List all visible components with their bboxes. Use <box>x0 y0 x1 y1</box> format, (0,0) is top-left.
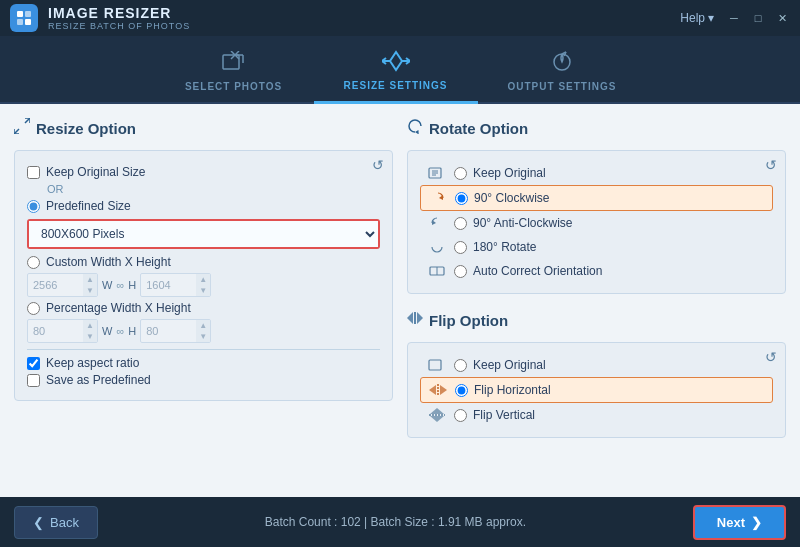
rotate-90cw-label: 90° Clockwise <box>474 191 550 205</box>
tab-output-settings[interactable]: OUTPUT SETTINGS <box>478 43 647 102</box>
rotate-90ccw-radio[interactable] <box>454 217 467 230</box>
custom-width-down[interactable]: ▼ <box>83 285 97 296</box>
rotate-180: 180° Rotate <box>420 235 773 259</box>
flip-horizontal-radio[interactable] <box>455 384 468 397</box>
resize-section-box: ↺ Keep Original Size OR Predefined Size … <box>14 150 393 401</box>
keep-aspect-label: Keep aspect ratio <box>46 356 139 370</box>
rotate-auto-radio[interactable] <box>454 265 467 278</box>
pct-width-down[interactable]: ▼ <box>83 331 97 342</box>
batch-info: Batch Count : 102 | Batch Size : 1.91 MB… <box>265 515 526 529</box>
flip-title-icon <box>407 310 423 330</box>
svg-marker-25 <box>415 130 420 134</box>
predefined-dropdown-row: 800X600 Pixels 1024X768 Pixels 1280X960 … <box>27 219 380 249</box>
app-title: IMAGE RESIZER <box>48 5 190 21</box>
custom-height-input[interactable] <box>141 276 196 294</box>
help-button[interactable]: Help ▾ <box>680 11 714 25</box>
resize-option-title: Resize Option <box>14 118 393 138</box>
tab-resize-settings[interactable]: RESIZE SETTINGS <box>314 42 478 104</box>
minimize-button[interactable]: ─ <box>726 10 742 26</box>
pct-wh-label: Percentage Width X Height <box>46 301 191 315</box>
svg-rect-2 <box>17 19 23 25</box>
tab-resize-settings-label: RESIZE SETTINGS <box>344 80 448 91</box>
pct-wh-radio[interactable] <box>27 302 40 315</box>
flip-reset-button[interactable]: ↺ <box>765 349 777 365</box>
save-predefined-row: Save as Predefined <box>27 373 380 387</box>
resize-reset-button[interactable]: ↺ <box>372 157 384 173</box>
flip-horizontal: Flip Horizontal <box>420 377 773 403</box>
rotate-auto-label: Auto Correct Orientation <box>473 264 602 278</box>
rotate-reset-button[interactable]: ↺ <box>765 157 777 173</box>
flip-keep-icon <box>426 356 448 374</box>
rotate-keep-original: Keep Original <box>420 161 773 185</box>
pct-height-up[interactable]: ▲ <box>196 320 210 331</box>
rotate-90cw: 90° Clockwise <box>420 185 773 211</box>
svg-rect-3 <box>25 19 31 25</box>
close-button[interactable]: ✕ <box>774 10 790 26</box>
custom-width-spinners: ▲ ▼ <box>83 274 97 296</box>
custom-height-spinners: ▲ ▼ <box>196 274 210 296</box>
maximize-button[interactable]: □ <box>750 10 766 26</box>
custom-height-down[interactable]: ▼ <box>196 285 210 296</box>
rotate-keep-original-radio[interactable] <box>454 167 467 180</box>
window-controls: ─ □ ✕ <box>726 10 790 26</box>
custom-height-up[interactable]: ▲ <box>196 274 210 285</box>
back-icon: ❮ <box>33 515 44 530</box>
predefined-dropdown[interactable]: 800X600 Pixels 1024X768 Pixels 1280X960 … <box>29 221 378 247</box>
next-button[interactable]: Next ❯ <box>693 505 786 540</box>
flip-keep-original-radio[interactable] <box>454 359 467 372</box>
save-predefined-checkbox[interactable] <box>27 374 40 387</box>
pct-width-input-wrap: ▲ ▼ <box>27 319 98 343</box>
svg-marker-42 <box>430 416 444 422</box>
rotate-90ccw-icon <box>426 214 448 232</box>
pct-width-spinners: ▲ ▼ <box>83 320 97 342</box>
next-icon: ❯ <box>751 515 762 530</box>
flip-vertical: Flip Vertical <box>420 403 773 427</box>
pct-width-up[interactable]: ▲ <box>83 320 97 331</box>
svg-marker-31 <box>432 220 436 225</box>
custom-wh-radio[interactable] <box>27 256 40 269</box>
link-icon-custom: ∞ <box>116 279 124 291</box>
keep-original-label: Keep Original Size <box>46 165 145 179</box>
back-label: Back <box>50 515 79 530</box>
flip-horizontal-icon <box>427 381 449 399</box>
custom-height-input-wrap: ▲ ▼ <box>140 273 211 297</box>
svg-marker-34 <box>407 312 413 324</box>
svg-marker-41 <box>430 408 444 414</box>
back-button[interactable]: ❮ Back <box>14 506 98 539</box>
resize-panel: Resize Option ↺ Keep Original Size OR Pr… <box>14 118 393 487</box>
pct-width-input[interactable] <box>28 322 83 340</box>
rotate-auto-icon <box>426 262 448 280</box>
rotate-180-radio[interactable] <box>454 241 467 254</box>
keep-original-row: Keep Original Size <box>27 165 380 179</box>
custom-width-input[interactable] <box>28 276 83 294</box>
output-settings-icon <box>550 51 574 77</box>
pct-inputs-row: ▲ ▼ W ∞ H ▲ ▼ <box>27 319 380 343</box>
predefined-radio[interactable] <box>27 200 40 213</box>
h-label-custom: H <box>128 279 136 291</box>
flip-option-label: Flip Option <box>429 312 508 329</box>
flip-option-title: Flip Option <box>407 310 786 330</box>
pct-height-down[interactable]: ▼ <box>196 331 210 342</box>
svg-rect-1 <box>25 11 31 17</box>
save-predefined-label: Save as Predefined <box>46 373 151 387</box>
flip-vertical-radio[interactable] <box>454 409 467 422</box>
keep-aspect-row: Keep aspect ratio <box>27 356 380 370</box>
svg-rect-37 <box>429 360 441 370</box>
custom-width-up[interactable]: ▲ <box>83 274 97 285</box>
rotate-auto-correct: Auto Correct Orientation <box>420 259 773 283</box>
flip-keep-original: Keep Original <box>420 353 773 377</box>
keep-original-checkbox[interactable] <box>27 166 40 179</box>
rotate-title-icon <box>407 118 423 138</box>
predefined-label: Predefined Size <box>46 199 131 213</box>
resize-option-label: Resize Option <box>36 120 136 137</box>
rotate-90cw-radio[interactable] <box>455 192 468 205</box>
custom-width-input-wrap: ▲ ▼ <box>27 273 98 297</box>
flip-keep-original-label: Keep Original <box>473 358 546 372</box>
keep-aspect-checkbox[interactable] <box>27 357 40 370</box>
pct-height-spinners: ▲ ▼ <box>196 320 210 342</box>
svg-marker-30 <box>439 195 443 200</box>
right-panel: Rotate Option ↺ Keep Original <box>407 118 786 487</box>
tab-select-photos[interactable]: SELECT PHOTOS <box>154 43 314 102</box>
pct-height-input[interactable] <box>141 322 196 340</box>
svg-marker-39 <box>440 385 447 395</box>
